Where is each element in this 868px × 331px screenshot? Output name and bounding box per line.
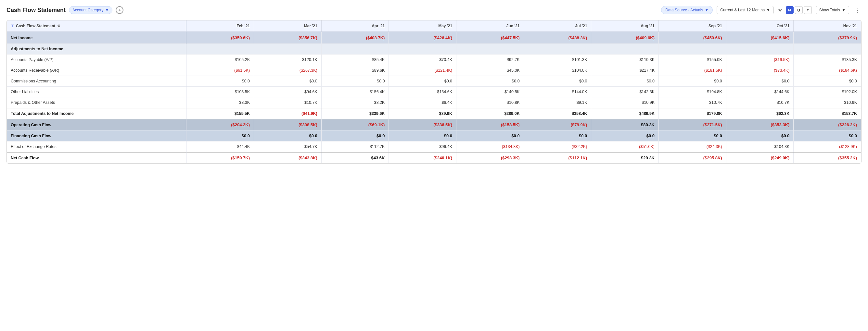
cell-8-8: ($353.3K): [726, 119, 794, 130]
period-btn-quarterly[interactable]: Q: [795, 6, 803, 14]
table-row: Accounts Payable (A/P)$105.2K$120.1K$85.…: [7, 55, 861, 65]
cell-11-5: ($112.1K): [524, 152, 591, 163]
cell-0-8: ($415.6K): [726, 32, 794, 44]
period-selector-btn[interactable]: Current & Last 12 Months ▼: [717, 6, 774, 14]
cell-8-9: ($226.2K): [794, 119, 861, 130]
th-label: ⊤ Cash Flow Statement ⇅: [7, 21, 186, 32]
cell-10-4: ($134.8K): [457, 141, 524, 153]
th-col-jun--21: Jun '21: [457, 21, 524, 32]
cell-4-8: $0.0: [726, 76, 794, 87]
add-filter-button[interactable]: +: [116, 6, 123, 14]
cell-8-2: ($69.1K): [321, 119, 389, 130]
cell-10-8: $104.3K: [726, 141, 794, 153]
cell-1-2: [321, 44, 389, 55]
datasource-btn[interactable]: Data Source - Actuals ▼: [661, 6, 713, 14]
cell-3-9: ($184.6K): [794, 65, 861, 76]
th-col-apr--21: Apr '21: [321, 21, 389, 32]
cell-10-2: $112.7K: [321, 141, 389, 153]
cell-3-7: ($181.5K): [659, 65, 726, 76]
table-row: Adjustments to Net Income: [7, 44, 861, 55]
cell-3-6: $217.4K: [591, 65, 659, 76]
header-right: Data Source - Actuals ▼ Current & Last 1…: [661, 5, 862, 15]
row-label-0: Net Income: [7, 32, 186, 44]
more-options-btn[interactable]: ⋮: [853, 5, 862, 15]
show-totals-btn[interactable]: Show Totals ▼: [816, 6, 849, 14]
row-label-1: Adjustments to Net Income: [7, 44, 186, 55]
cell-5-4: $140.5K: [457, 87, 524, 97]
cell-10-9: ($128.9K): [794, 141, 861, 153]
cell-8-7: ($271.5K): [659, 119, 726, 130]
filter-btn-label: Account Category: [72, 8, 103, 12]
cell-3-4: $45.0K: [457, 65, 524, 76]
cell-11-4: ($293.3K): [457, 152, 524, 163]
cell-4-5: $0.0: [524, 76, 591, 87]
datasource-dropdown-icon: ▼: [705, 8, 709, 12]
cell-11-9: ($355.2K): [794, 152, 861, 163]
filter-col-icon: ⊤: [11, 24, 14, 28]
more-icon: ⋮: [855, 7, 860, 13]
cell-6-5: $9.1K: [524, 97, 591, 108]
cell-6-3: $6.4K: [389, 97, 457, 108]
cell-7-0: $155.5K: [186, 108, 254, 119]
row-label-10: Effect of Exchange Rates: [7, 141, 186, 153]
show-totals-dropdown-icon: ▼: [842, 8, 845, 12]
cash-flow-table: ⊤ Cash Flow Statement ⇅ Feb '21Mar '21Ap…: [7, 21, 861, 163]
cell-9-7: $0.0: [659, 130, 726, 141]
cell-3-5: $104.0K: [524, 65, 591, 76]
show-totals-label: Show Totals: [819, 8, 840, 12]
cell-5-8: $144.6K: [726, 87, 794, 97]
cell-4-3: $0.0: [389, 76, 457, 87]
table-row: Financing Cash Flow$0.0$0.0$0.0$0.0$0.0$…: [7, 130, 861, 141]
period-btn-monthly[interactable]: M: [786, 6, 794, 14]
account-category-filter-btn[interactable]: Account Category ▼: [69, 6, 113, 14]
row-label-3: Accounts Receivable (A/R): [7, 65, 186, 76]
th-col-aug--21: Aug '21: [591, 21, 659, 32]
table-row: Effect of Exchange Rates$44.4K$54.7K$112…: [7, 141, 861, 153]
cell-7-3: $89.9K: [389, 108, 457, 119]
cell-1-3: [389, 44, 457, 55]
cell-9-2: $0.0: [321, 130, 389, 141]
table-row: Accounts Receivable (A/R)($61.5K)($267.3…: [7, 65, 861, 76]
cell-7-4: $289.0K: [457, 108, 524, 119]
cell-0-6: ($409.6K): [591, 32, 659, 44]
cell-9-6: $0.0: [591, 130, 659, 141]
cell-8-5: ($79.9K): [524, 119, 591, 130]
cash-flow-table-wrapper: ⊤ Cash Flow Statement ⇅ Feb '21Mar '21Ap…: [6, 20, 862, 164]
period-btn-yearly[interactable]: Y: [804, 6, 812, 14]
cell-8-0: ($204.2K): [186, 119, 254, 130]
cell-0-9: ($379.9K): [794, 32, 861, 44]
cell-10-7: ($24.3K): [659, 141, 726, 153]
cell-8-3: ($336.5K): [389, 119, 457, 130]
cell-6-7: $10.7K: [659, 97, 726, 108]
cell-1-4: [457, 44, 524, 55]
page-header: Cash Flow Statement Account Category ▼ +…: [6, 5, 862, 15]
th-col-nov--21: Nov '21: [794, 21, 861, 32]
cell-11-6: $29.3K: [591, 152, 659, 163]
cell-2-6: $119.3K: [591, 55, 659, 65]
cell-10-3: $96.4K: [389, 141, 457, 153]
cell-0-2: ($408.7K): [321, 32, 389, 44]
cell-6-0: $8.3K: [186, 97, 254, 108]
row-label-7: Total Adjustments to Net Income: [7, 108, 186, 119]
row-label-9: Financing Cash Flow: [7, 130, 186, 141]
cell-3-2: $89.6K: [321, 65, 389, 76]
cell-4-2: $0.0: [321, 76, 389, 87]
cell-9-1: $0.0: [254, 130, 321, 141]
th-col-sep--21: Sep '21: [659, 21, 726, 32]
table-row: Commissions Accounting$0.0$0.0$0.0$0.0$0…: [7, 76, 861, 87]
cell-7-6: $489.9K: [591, 108, 659, 119]
cell-10-1: $54.7K: [254, 141, 321, 153]
cell-1-5: [524, 44, 591, 55]
cell-1-9: [794, 44, 861, 55]
cell-9-4: $0.0: [457, 130, 524, 141]
cell-5-0: $103.5K: [186, 87, 254, 97]
row-label-6: Prepaids & Other Assets: [7, 97, 186, 108]
row-label-2: Accounts Payable (A/P): [7, 55, 186, 65]
cell-3-1: ($267.3K): [254, 65, 321, 76]
cell-4-4: $0.0: [457, 76, 524, 87]
cell-4-9: $0.0: [794, 76, 861, 87]
cell-5-6: $142.3K: [591, 87, 659, 97]
th-col-mar--21: Mar '21: [254, 21, 321, 32]
cell-3-3: ($121.4K): [389, 65, 457, 76]
cell-6-4: $10.8K: [457, 97, 524, 108]
